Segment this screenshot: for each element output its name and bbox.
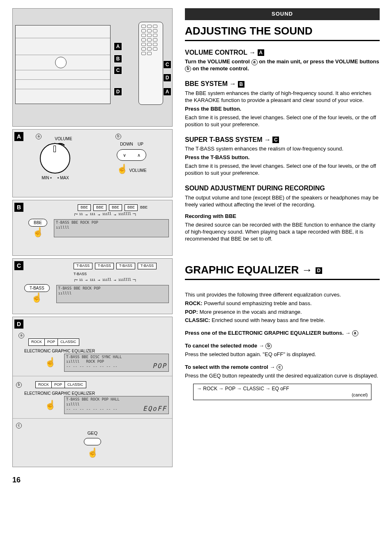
panel-d-label: D: [14, 320, 23, 329]
record-p1: The output volume and tone (except BBE) …: [185, 195, 380, 208]
bbe-p1: The BBE system enhances the clarity of h…: [185, 90, 380, 104]
remote-illustration: [138, 22, 163, 105]
callout-main-b: B: [114, 55, 122, 63]
ref-b: B: [238, 81, 244, 88]
ref-a: A: [258, 49, 264, 56]
geq-btn-classic: CLASSIC: [58, 339, 79, 345]
geq-classic: CLASSIC: Enriched sound with heavy bass …: [185, 317, 380, 324]
title-adjusting: ADJUSTING THE SOUND: [185, 24, 380, 41]
bbe-display: T-BASS BBE ROCK POP ııllll: [54, 219, 169, 237]
eq-cycle-line: → ROCK → POP → CLASSIC → EQ oFF: [197, 386, 368, 392]
tbass-seq-2: T-BASS: [116, 263, 135, 269]
max-label: MAX: [60, 176, 69, 180]
min-label: MIN: [42, 176, 49, 180]
sound-banner: SOUND: [185, 8, 380, 20]
geq-p1: This unit provides the following three d…: [185, 292, 380, 299]
panel-d-circ-c: c: [16, 423, 22, 429]
callout-remote-d: D: [163, 74, 171, 82]
callout-main-d: D: [114, 88, 122, 96]
hand-icon: ☝: [45, 399, 56, 411]
bbe-seq-1: BBE: [93, 204, 106, 211]
hand-icon: ☝: [117, 164, 128, 174]
geq-rock: ROCK: Powerful sound emphasizing treble …: [185, 300, 380, 307]
record-p3: The desired source can be recorded with …: [185, 222, 380, 243]
geq-press: Press one of the ELECTRONIC GRAPHIC EQUA…: [185, 330, 380, 337]
page-number: 16: [12, 475, 173, 485]
panel-d-circ-a: a: [18, 333, 24, 338]
bbe-seq-0: BBE: [78, 204, 91, 211]
disp-pop: POP: [152, 362, 167, 371]
panel-a-circ-b: b: [115, 134, 121, 139]
panel-c-label: C: [14, 261, 23, 270]
eq-caption-b: ELECTRONIC GRAPHIC EQUALIZER: [24, 391, 169, 396]
callout-remote-c: C: [163, 60, 171, 69]
geq-cancel-lbl: To cancel the selected mode → b: [185, 343, 380, 350]
callout-main-c: C: [114, 66, 122, 74]
panel-d-geq: D a ROCK POP CLASSIC ELECTRONIC GRAPHIC …: [12, 317, 173, 467]
ref-d: D: [316, 267, 322, 274]
circ-b: b: [185, 66, 191, 72]
hand-icon: ☝: [24, 292, 50, 304]
panel-b-bbe: B BBE BBE BBE BBE BBE ┌→ ıı → ııı → ıııl…: [12, 200, 173, 256]
hand-icon: ☝: [45, 357, 56, 368]
geq-display-off: T-BASS BBE ROCK POP HALL ııllll -- -- --…: [64, 396, 169, 414]
geq-btn-rock-2: ROCK: [36, 382, 52, 388]
geq-remote-label: GEQ: [16, 430, 169, 436]
stereo-illustration: [15, 25, 111, 104]
disp-eqoff: EQoFF: [143, 405, 167, 413]
bbe-p3: Each time it is pressed, the level chang…: [185, 114, 380, 128]
volume-instruction: Turn the VOLUME control a on the main un…: [185, 58, 380, 72]
heading-tbass: SUPER T-BASS SYSTEM → C: [185, 136, 380, 144]
bbe-seq-4: BBE: [140, 205, 148, 210]
eq-cycle-sub: (cancel): [197, 392, 368, 398]
panel-a-volume: A a b ⤺ VOLUME MIN • • MAX DOWN UP: [12, 129, 173, 197]
tbass-display: T-BASS BBE ROCK POP ııllll: [56, 285, 169, 303]
heading-bbe: BBE SYSTEM → B: [185, 80, 380, 88]
eq-caption-a: ELECTRONIC GRAPHIC EQUALIZER: [24, 348, 169, 354]
bbe-seq-2: BBE: [109, 204, 122, 211]
tbass-p2: Press the T-BASS button.: [185, 154, 380, 161]
geq-remote-txt: Press the GEQ button repeatedly until th…: [185, 373, 380, 380]
geq-pop: POP: More presence in the vocals and mid…: [185, 309, 380, 316]
tbass-seq-4: T-BASS: [74, 272, 87, 277]
tbass-p3: Each time it is pressed, the level chang…: [185, 163, 380, 177]
geq-btn-rock: ROCK: [29, 339, 45, 345]
tbass-seq-0: T-BASS: [74, 263, 92, 269]
diagram-column: A B C D C D A A a b ⤺ VOLUME MIN • •: [12, 8, 173, 485]
eq-cycle-box: → ROCK → POP → CLASSIC → EQ oFF (cancel): [193, 384, 371, 400]
panel-d-circ-b: b: [16, 382, 22, 388]
tbass-seq-3: T-BASS: [138, 263, 157, 269]
geq-btn-pop: POP: [45, 339, 58, 345]
panel-a-circ-a: a: [36, 134, 42, 139]
heading-volume: VOLUME CONTROL → A: [185, 49, 380, 57]
geq-remote-lbl: To select with the remote control → c: [185, 364, 380, 371]
hand-icon: ☝: [28, 227, 47, 239]
ref-c: C: [272, 137, 279, 143]
down-label: DOWN: [120, 142, 133, 146]
circ-b2: b: [265, 343, 272, 349]
panel-c-tbass: C T-BASS T-BASS T-BASS T-BASS T-BASS ┌→ …: [12, 258, 173, 314]
callout-main-a: A: [114, 42, 122, 51]
tbass-p1: The T-BASS system enhances the realism o…: [185, 146, 380, 153]
hand-icon: ☝: [16, 447, 169, 459]
title-geq: GRAPHIC EQUALIZER → D: [185, 263, 380, 280]
circ-a2: a: [352, 330, 358, 336]
tbass-button: T-BASS: [24, 284, 50, 292]
bbe-button: BBE: [28, 219, 47, 227]
volume-label-2: VOLUME: [129, 168, 146, 173]
text-column: SOUND ADJUSTING THE SOUND VOLUME CONTROL…: [185, 8, 380, 485]
bbe-seq-3: BBE: [125, 204, 138, 211]
tbass-seq-1: T-BASS: [95, 263, 114, 269]
geq-display-pop: T-BASS BBE DISC SYNC HALL ııllll ROCK PO…: [64, 354, 169, 372]
geq-cancel-txt: Press the selected button again. "EQ oFF…: [185, 351, 380, 358]
device-overview-panel: A B C D C D A: [12, 8, 173, 127]
bbe-p2: Press the BBE button.: [185, 106, 380, 113]
record-p2: Recording with BBE: [185, 213, 380, 220]
circ-c2: c: [277, 364, 283, 371]
geq-btn-pop-2: POP: [52, 382, 65, 388]
up-label: UP: [138, 142, 143, 146]
geq-btn-classic-2: CLASSIC: [65, 382, 86, 388]
panel-a-label: A: [14, 132, 23, 141]
panel-b-label: B: [14, 203, 23, 212]
circ-a: a: [251, 59, 258, 65]
